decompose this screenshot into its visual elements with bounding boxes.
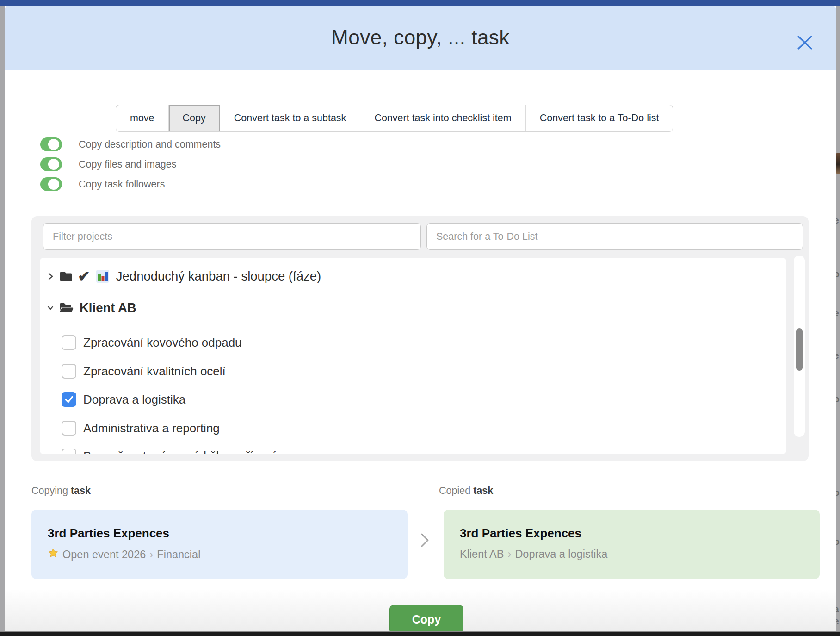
checkbox[interactable] (62, 449, 76, 454)
chevron-right-icon[interactable] (44, 272, 56, 281)
background-text-fragment: e (836, 616, 839, 627)
tab-move-label: move (130, 112, 154, 124)
tab-convert-to-todo-list-label: Convert task to a To-Do list (540, 112, 659, 124)
background-text-fragment: e (836, 307, 839, 318)
project-tree: ✔ Jednoduchý kanban - sloupce (fáze) (40, 258, 786, 454)
toggle-knob (48, 179, 59, 190)
list-label: Administrativa a reporting (83, 421, 220, 436)
list-label: Zpracování kvalitních ocelí (83, 364, 226, 379)
breadcrumb-separator: › (149, 548, 153, 561)
folder-icon (58, 270, 74, 282)
tab-copy-label: Copy (183, 112, 206, 124)
breadcrumb-part: Financial (157, 549, 200, 561)
project-klient-ab-label: Klient AB (80, 300, 136, 315)
scrollbar-track[interactable] (794, 256, 805, 437)
background-text-fragment: a (836, 604, 839, 615)
tab-convert-to-checklist-item[interactable]: Convert task into checklist item (360, 105, 525, 131)
mode-tab-bar: move Copy Convert task to a subtask Conv… (116, 105, 673, 132)
background-text-fragment: e (836, 215, 839, 226)
destination-task-breadcrumb: Klient AB › Doprava a logistika (460, 548, 607, 561)
dimmed-page-left-edge: Tnsaé>| (0, 6, 5, 631)
screen-bottom-edge (0, 631, 840, 636)
breadcrumb-part: Doprava a logistika (515, 548, 607, 561)
background-text-fragment: T (0, 32, 0, 44)
copy-description-label: Copy description and comments (79, 139, 221, 150)
copy-submit-button[interactable]: Copy (389, 605, 463, 631)
source-task-card: 3rd Parties Expences Open event 2026 › F… (31, 510, 408, 579)
close-button[interactable] (796, 34, 814, 53)
background-text-fragment: o (836, 268, 840, 280)
scrollbar-thumb[interactable] (796, 328, 803, 371)
checkmark-icon: ✔ (78, 268, 90, 285)
browser-top-bar (0, 0, 840, 6)
background-text-fragment: o (836, 536, 840, 547)
background-text-fragment: o (836, 487, 840, 498)
tab-copy[interactable]: Copy (169, 105, 220, 131)
source-task-breadcrumb: Open event 2026 › Financial (48, 548, 200, 561)
tab-convert-to-todo-list[interactable]: Convert task to a To-Do list (526, 105, 673, 131)
toggle-row-description: Copy description and comments (40, 137, 221, 152)
copy-files-toggle[interactable] (40, 157, 62, 171)
checkbox-checked[interactable] (62, 392, 76, 407)
copying-task-label: Copying task (31, 485, 91, 497)
copy-followers-toggle[interactable] (40, 177, 62, 191)
dialog-header: Move, copy, ... task (5, 6, 836, 70)
breadcrumb-part: Open event 2026 (62, 549, 146, 561)
breadcrumb-part: Klient AB (460, 548, 504, 561)
toggle-knob (48, 139, 59, 150)
background-text-fragment: n (0, 69, 0, 80)
list-label: Doprava a logistika (83, 393, 185, 407)
chevron-down-icon[interactable] (44, 305, 56, 311)
tab-convert-to-subtask-label: Convert task to a subtask (234, 112, 346, 124)
breadcrumb-separator: › (507, 548, 511, 561)
copy-submit-label: Copy (412, 613, 441, 626)
tab-move[interactable]: move (116, 105, 169, 131)
project-row-klient-ab[interactable]: Klient AB (40, 296, 786, 320)
list-row-doprava-a-logistika[interactable]: Doprava a logistika (40, 387, 786, 412)
filter-projects-input[interactable] (43, 223, 421, 250)
close-icon (797, 35, 813, 52)
tab-convert-to-checklist-item-label: Convert task into checklist item (374, 112, 511, 124)
toggle-row-followers: Copy task followers (40, 176, 165, 192)
source-task-title: 3rd Parties Expences (48, 526, 169, 541)
checkbox[interactable] (62, 364, 76, 379)
folder-open-icon (58, 302, 74, 314)
project-picker-panel: ✔ Jednoduchý kanban - sloupce (fáze) (31, 216, 809, 461)
bar-chart-icon (95, 269, 111, 283)
project-kanban-label: Jednoduchý kanban - sloupce (fáze) (116, 269, 321, 284)
toggle-knob (48, 159, 59, 170)
copy-description-toggle[interactable] (40, 137, 62, 151)
list-row-zpracovani-kvalitnich[interactable]: Zpracování kvalitních ocelí (40, 359, 786, 383)
dimmed-page-right-edge: eoeeoiooae (836, 6, 840, 631)
toggle-row-files: Copy files and images (40, 156, 177, 172)
list-row-zpracovani-kovoveho[interactable]: Zpracování kovového odpadu (40, 330, 786, 355)
copy-files-label: Copy files and images (79, 159, 177, 170)
move-copy-task-dialog: Move, copy, ... task move Copy Convert t… (5, 6, 836, 631)
project-row-kanban[interactable]: ✔ Jednoduchý kanban - sloupce (fáze) (40, 264, 786, 288)
checkbox[interactable] (62, 421, 76, 436)
destination-task-title: 3rd Parties Expences (460, 526, 581, 541)
list-label: Bezpečnost práce a údržba zařízení (83, 449, 276, 455)
star-icon (48, 548, 59, 561)
tab-convert-to-subtask[interactable]: Convert task to a subtask (220, 105, 361, 131)
copy-followers-label: Copy task followers (79, 179, 165, 190)
background-text-fragment: o (836, 393, 840, 405)
background-text-fragment: e (836, 350, 839, 361)
list-label: Zpracování kovového odpadu (83, 336, 242, 350)
copied-task-label: Copied task (439, 485, 493, 497)
checkbox[interactable] (62, 335, 76, 350)
chevron-right-icon (419, 530, 431, 552)
dialog-title: Move, copy, ... task (5, 26, 836, 49)
destination-task-card: 3rd Parties Expences Klient AB › Doprava… (444, 510, 820, 579)
background-avatar-fragment (836, 153, 840, 174)
list-row-administrativa[interactable]: Administrativa a reporting (40, 416, 786, 440)
search-todo-list-input[interactable] (426, 223, 803, 250)
list-row-bezpecnost[interactable]: Bezpečnost práce a údržba zařízení (40, 444, 786, 454)
